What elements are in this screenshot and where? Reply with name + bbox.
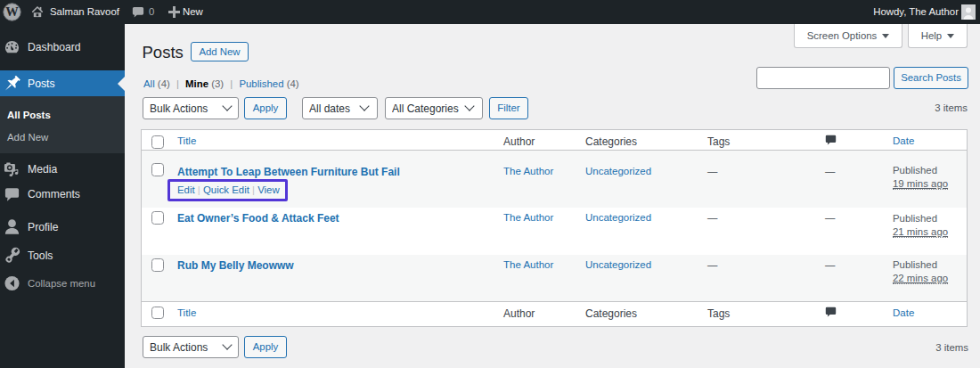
svg-text:W: W (5, 4, 19, 19)
